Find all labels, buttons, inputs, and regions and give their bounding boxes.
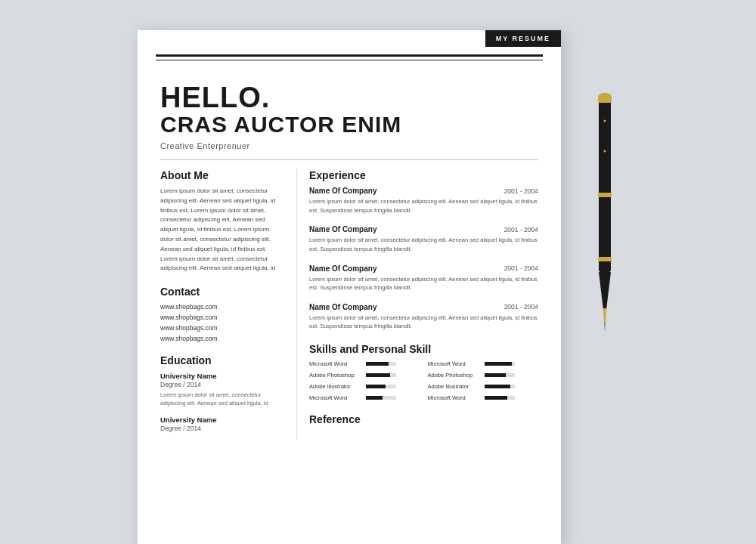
- exp-company-2: Name Of Company: [309, 225, 376, 233]
- exp-header-4: Name Of Company 2001 - 2004: [309, 303, 538, 311]
- edu-university-1: University Name: [160, 372, 283, 380]
- skill-label-7: Microsoft Word: [309, 394, 362, 401]
- edu-degree-1: Degree / 2014: [160, 381, 283, 388]
- hello-text: HELLO.: [160, 83, 538, 112]
- name-block: HELLO. CRAS AUCTOR ENIM Creative Enterpr…: [138, 83, 561, 150]
- skill-label-2: Microsoft Word: [428, 360, 481, 367]
- contact-list: www.shopbags.com www.shopbags.com www.sh…: [160, 303, 283, 342]
- skill-bar-bg-5: [366, 385, 396, 388]
- exp-dates-2: 2001 - 2004: [504, 226, 538, 233]
- exp-item-3: Name Of Company 2001 - 2004 Lorem ipsum …: [309, 264, 538, 292]
- contact-item: www.shopbags.com: [160, 335, 283, 342]
- exp-desc-2: Lorem ipsum dolor sit amet, consectetur …: [309, 236, 538, 253]
- skill-bar-fill-8: [485, 396, 507, 400]
- exp-dates-3: 2001 - 2004: [504, 264, 538, 272]
- skill-bar-fill-7: [366, 396, 383, 400]
- edu-item-1: University Name Degree / 2014 Lorem ipsu…: [160, 372, 283, 408]
- skill-label-6: Adobe Illustrator: [428, 383, 481, 390]
- resume-body: About Me Lorem ipsum dolor sit amet, con…: [138, 169, 561, 440]
- top-border-decoration: [156, 54, 543, 60]
- skill-bar-bg-6: [485, 385, 515, 388]
- edu-degree-2: Degree / 2014: [160, 425, 283, 432]
- svg-marker-6: [599, 272, 611, 310]
- full-name: CRAS AUCTOR ENIM: [160, 112, 538, 137]
- scene: MY RESUME HELLO. CRAS AUCTOR ENIM Creati…: [107, 0, 649, 544]
- exp-item-4: Name Of Company 2001 - 2004 Lorem ipsum …: [309, 303, 538, 331]
- about-text: Lorem ipsum dolor sit amet, consectetur …: [160, 187, 283, 274]
- svg-rect-1: [599, 98, 611, 272]
- contact-item: www.shopbags.com: [160, 303, 283, 311]
- skill-label-3: Adobe Photoshop: [309, 372, 362, 379]
- skill-label-1: Microsoft Word: [309, 360, 362, 367]
- reference-title: Reference: [309, 413, 538, 425]
- resume-paper: MY RESUME HELLO. CRAS AUCTOR ENIM Creati…: [138, 30, 561, 544]
- skill-label-8: Microsoft Word: [428, 394, 481, 401]
- skill-bar-bg-7: [366, 396, 396, 400]
- skill-bar-bg-8: [485, 396, 515, 400]
- exp-header-2: Name Of Company 2001 - 2004: [309, 225, 538, 233]
- tagline: Creative Enterprenuer: [160, 141, 538, 150]
- education-title: Education: [160, 354, 283, 366]
- svg-point-9: [604, 120, 606, 122]
- experience-title: Experience: [309, 169, 538, 181]
- svg-rect-3: [598, 193, 612, 197]
- edu-university-2: University Name: [160, 416, 283, 424]
- name-divider: [160, 159, 538, 160]
- skill-bar-fill-4: [485, 373, 506, 377]
- skill-row-1: Microsoft Word: [309, 360, 420, 367]
- contact-title: Contact: [160, 286, 283, 298]
- skill-row-7: Microsoft Word: [309, 394, 420, 401]
- exp-header-1: Name Of Company 2001 - 2004: [309, 187, 538, 195]
- skill-label-4: Adobe Photoshop: [428, 372, 481, 379]
- left-column: About Me Lorem ipsum dolor sit amet, con…: [160, 169, 296, 440]
- skill-bar-fill-1: [366, 362, 389, 366]
- resume-badge: MY RESUME: [485, 30, 561, 47]
- pen-svg: [591, 76, 618, 332]
- svg-point-5: [598, 93, 612, 100]
- svg-marker-7: [603, 308, 606, 325]
- exp-company-3: Name Of Company: [309, 264, 376, 273]
- skill-row-3: Adobe Photoshop: [309, 372, 420, 379]
- exp-desc-4: Lorem ipsum dolor sit amet, consectetur …: [309, 314, 538, 331]
- skill-row-2: Microsoft Word: [428, 360, 539, 367]
- contact-item: www.shopbags.com: [160, 314, 283, 321]
- exp-dates-4: 2001 - 2004: [504, 303, 538, 311]
- edu-desc-1: Lorem ipsum dolor sit amet, consectetur …: [160, 391, 283, 408]
- skill-bar-bg-2: [485, 362, 515, 366]
- skill-bar-bg-4: [485, 373, 515, 377]
- skill-row-6: Adobe Illustrator: [428, 383, 539, 390]
- about-title: About Me: [160, 169, 283, 181]
- skill-row-4: Adobe Photoshop: [428, 372, 539, 379]
- exp-dates-1: 2001 - 2004: [504, 187, 538, 195]
- skill-row-8: Microsoft Word: [428, 394, 539, 401]
- exp-item-2: Name Of Company 2001 - 2004 Lorem ipsum …: [309, 225, 538, 253]
- exp-desc-1: Lorem ipsum dolor sit amet, consectetur …: [309, 197, 538, 215]
- skills-grid: Microsoft Word Microsoft Word Adobe P: [309, 360, 538, 401]
- right-column: Experience Name Of Company 2001 - 2004 L…: [296, 169, 538, 440]
- contact-item: www.shopbags.com: [160, 324, 283, 332]
- svg-marker-8: [604, 323, 606, 332]
- skill-bar-bg-1: [366, 362, 396, 366]
- skill-label-5: Adobe Illustrator: [309, 383, 362, 390]
- exp-company-4: Name Of Company: [309, 303, 376, 311]
- pen-decoration: [591, 30, 618, 348]
- skill-bar-fill-3: [366, 373, 390, 377]
- skill-bar-fill-2: [485, 362, 512, 366]
- exp-header-3: Name Of Company 2001 - 2004: [309, 264, 538, 273]
- skill-row-5: Adobe Illustrator: [309, 383, 420, 390]
- skills-title: Skills and Personal Skill: [309, 343, 538, 355]
- exp-desc-3: Lorem ipsum dolor sit amet, consectetur …: [309, 275, 538, 292]
- exp-item-1: Name Of Company 2001 - 2004 Lorem ipsum …: [309, 187, 538, 215]
- edu-item-2: University Name Degree / 2014: [160, 416, 283, 432]
- skill-bar-fill-5: [366, 385, 386, 388]
- svg-rect-4: [598, 257, 612, 261]
- svg-point-10: [604, 150, 606, 153]
- exp-company-1: Name Of Company: [309, 187, 376, 195]
- skill-bar-fill-6: [485, 385, 510, 388]
- skill-bar-bg-3: [366, 373, 396, 377]
